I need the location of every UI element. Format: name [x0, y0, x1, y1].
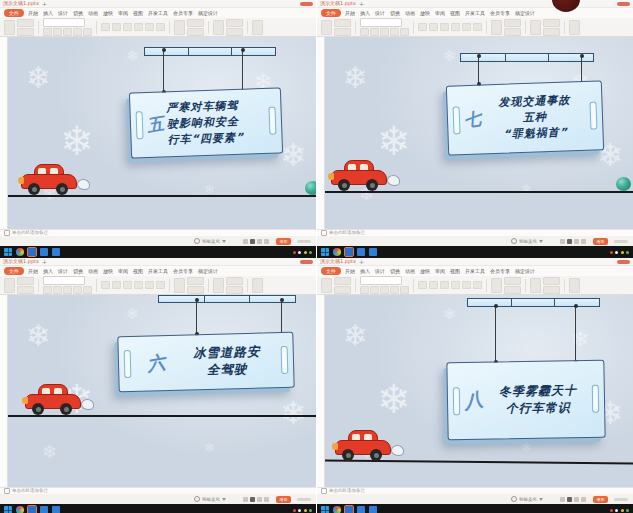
ribbon-button[interactable]: [112, 23, 121, 31]
red-car[interactable]: [24, 383, 82, 417]
menu-tab[interactable]: 开始: [28, 268, 38, 274]
menu-tab[interactable]: 视图: [450, 10, 460, 16]
ribbon-button[interactable]: [145, 281, 154, 289]
ribbon-button[interactable]: [213, 20, 224, 35]
ribbon-button[interactable]: [17, 28, 34, 36]
start-button-icon[interactable]: [321, 248, 329, 256]
menu-tab[interactable]: 审阅: [435, 10, 445, 16]
menu-tab[interactable]: 插入: [360, 10, 370, 16]
view-mode-button-active[interactable]: [250, 497, 255, 502]
menu-tab[interactable]: 放映: [420, 268, 430, 274]
ribbon-button[interactable]: [400, 28, 409, 36]
ribbon-button[interactable]: [390, 28, 399, 36]
slide-canvas[interactable]: 七 发现交通事故 五种 “罪魁祸首”: [325, 37, 633, 229]
ribbon-button[interactable]: [252, 20, 263, 35]
view-mode-button-active[interactable]: [250, 239, 255, 244]
ribbon-button[interactable]: [451, 281, 460, 289]
file-menu-button[interactable]: 文件: [321, 9, 341, 17]
start-button-icon[interactable]: [321, 506, 329, 513]
ribbon-button[interactable]: [17, 286, 34, 294]
tray-icon[interactable]: [626, 251, 629, 254]
menu-tab[interactable]: 开发工具: [148, 268, 168, 274]
ribbon-button[interactable]: [543, 277, 560, 285]
notes-bar[interactable]: 单击此处添加备注: [0, 229, 316, 236]
app-taskbar-icon[interactable]: [52, 506, 60, 513]
menu-tab[interactable]: 设计: [58, 10, 68, 16]
menu-tab[interactable]: 会员专享: [173, 268, 193, 274]
ribbon-button[interactable]: [101, 281, 110, 289]
view-mode-button[interactable]: [243, 239, 248, 244]
ribbon-button[interactable]: [4, 278, 15, 293]
ribbon-button[interactable]: [83, 28, 92, 36]
menu-tab[interactable]: 插入: [360, 268, 370, 274]
ribbon-button[interactable]: [73, 286, 82, 294]
ribbon-button[interactable]: [418, 23, 427, 31]
menu-tab[interactable]: 插入: [43, 268, 53, 274]
tray-icon[interactable]: [298, 251, 301, 254]
menu-tab[interactable]: 设计: [58, 268, 68, 274]
ribbon-button[interactable]: [380, 286, 389, 294]
ribbon-button[interactable]: [360, 28, 369, 36]
ribbon-button[interactable]: [334, 28, 351, 36]
tray-icon[interactable]: [610, 509, 613, 512]
ribbon-button[interactable]: [462, 281, 471, 289]
beautify-button[interactable]: 智能美化: [511, 496, 543, 502]
view-mode-button[interactable]: [574, 239, 579, 244]
ribbon-button[interactable]: [63, 286, 72, 294]
play-button[interactable]: 播放: [593, 496, 608, 503]
notes-bar[interactable]: 单击此处添加备注: [0, 487, 316, 494]
menu-tab[interactable]: 会员专享: [490, 268, 510, 274]
browser-icon[interactable]: [333, 506, 341, 513]
play-button[interactable]: 播放: [593, 238, 608, 245]
menu-tab[interactable]: 稿定设计: [515, 268, 535, 274]
menu-tab[interactable]: 开始: [28, 10, 38, 16]
red-car[interactable]: [330, 159, 388, 193]
ribbon-button[interactable]: [43, 286, 52, 294]
tray-icon[interactable]: [298, 509, 301, 512]
play-button[interactable]: 播放: [276, 496, 291, 503]
ribbon-button[interactable]: [440, 281, 449, 289]
ribbon-button[interactable]: [134, 23, 143, 31]
ribbon-button[interactable]: [123, 281, 132, 289]
beautify-button[interactable]: 智能美化: [511, 238, 543, 244]
ribbon-button[interactable]: [543, 286, 560, 294]
tray-icon[interactable]: [304, 251, 307, 254]
ribbon-button[interactable]: [491, 20, 502, 35]
tray-icon[interactable]: [626, 509, 629, 512]
menu-tab[interactable]: 插入: [43, 10, 53, 16]
ribbon-button[interactable]: [473, 23, 482, 31]
tray-icon[interactable]: [615, 509, 618, 512]
slide-canvas[interactable]: 六 冰雪道路安 全驾驶: [8, 295, 316, 487]
ribbon-button[interactable]: [473, 281, 482, 289]
menu-tab[interactable]: 动画: [88, 10, 98, 16]
font-name-box[interactable]: [360, 276, 402, 285]
tray-icon[interactable]: [293, 509, 296, 512]
ribbon-button[interactable]: [504, 19, 521, 27]
app-taskbar-icon[interactable]: [40, 506, 48, 513]
app-taskbar-icon[interactable]: [52, 248, 60, 256]
thumbnail-panel[interactable]: [317, 37, 325, 229]
thumbnail-panel[interactable]: [0, 295, 8, 487]
zoom-slider[interactable]: [614, 498, 628, 501]
zoom-slider[interactable]: [297, 240, 311, 243]
ribbon-button[interactable]: [187, 277, 204, 285]
view-mode-button[interactable]: [574, 497, 579, 502]
red-car[interactable]: [334, 429, 392, 463]
document-tab[interactable]: 演示文稿1.pptx: [3, 0, 39, 7]
ribbon-button[interactable]: [174, 20, 185, 35]
ribbon-button[interactable]: [390, 286, 399, 294]
menu-tab[interactable]: 切换: [73, 10, 83, 16]
font-name-box[interactable]: [43, 276, 85, 285]
ribbon-button[interactable]: [134, 281, 143, 289]
tray-icon[interactable]: [621, 251, 624, 254]
ribbon-button[interactable]: [226, 19, 243, 27]
ribbon-button[interactable]: [101, 23, 110, 31]
thumbnail-panel[interactable]: [317, 295, 325, 487]
menu-tab[interactable]: 开始: [345, 268, 355, 274]
menu-tab[interactable]: 设计: [375, 268, 385, 274]
new-tab-button[interactable]: +: [42, 259, 47, 265]
menu-tab[interactable]: 切换: [73, 268, 83, 274]
new-tab-button[interactable]: +: [42, 1, 47, 7]
ribbon-button[interactable]: [429, 23, 438, 31]
hanging-sign[interactable]: 七 发现交通事故 五种 “罪魁祸首”: [446, 80, 604, 155]
